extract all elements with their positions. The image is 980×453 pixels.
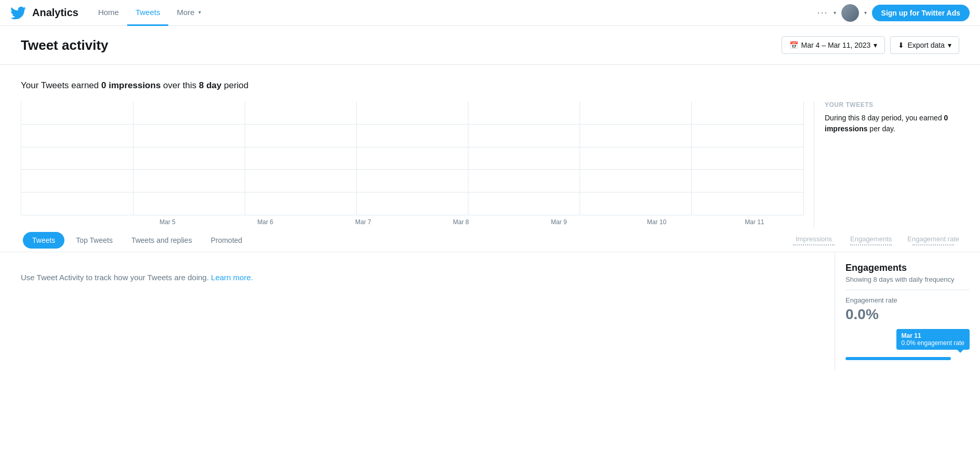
tabs-row: Tweets Top Tweets Tweets and replies Pro… (21, 229, 959, 252)
engagements-subtitle: Showing 8 days with daily frequency (845, 276, 970, 290)
col-engagement-rate: Engagement rate (907, 235, 959, 245)
chevron-down-icon: ▾ (198, 9, 201, 15)
engagements-title: Engagements (845, 263, 970, 273)
v-grid-line-3 (356, 101, 357, 215)
lower-section: Use Tweet Activity to track how your Twe… (0, 252, 980, 370)
tooltip-value: 0.0% engagement rate (902, 339, 964, 347)
chart-container: Mar 5 Mar 6 Mar 7 Mar 8 Mar 9 Mar 10 Mar… (21, 101, 959, 229)
x-label-mar5 (21, 218, 118, 226)
main-nav: Home Tweets More ▾ (90, 0, 209, 26)
download-icon: ⬇ (898, 41, 904, 49)
tabs-left: Tweets Top Tweets Tweets and replies Pro… (21, 229, 251, 252)
v-grid-line-5 (580, 101, 580, 215)
chart-x-axis: Mar 5 Mar 6 Mar 7 Mar 8 Mar 9 Mar 10 Mar… (21, 215, 803, 229)
date-range-button[interactable]: 📅 Mar 4 – Mar 11, 2023 ▾ (782, 36, 885, 54)
v-grid-line-2 (245, 101, 245, 215)
content-header: Tweet activity 📅 Mar 4 – Mar 11, 2023 ▾ … (0, 26, 980, 65)
grid-line-1 (21, 124, 803, 125)
x-label-mar5-val: Mar 5 (118, 218, 216, 226)
date-chevron-icon: ▾ (874, 41, 877, 49)
col-engagements-label: Engagements (850, 235, 892, 243)
v-grid-line-1 (133, 101, 133, 215)
x-label-mar9: Mar 9 (510, 218, 608, 226)
tooltip-bubble: Mar 11 0.0% engagement rate (896, 329, 970, 350)
avatar[interactable] (841, 4, 859, 22)
header-right: ··· ▾ ▾ Sign up for Twitter Ads (817, 4, 970, 22)
tab-promoted[interactable]: Promoted (202, 229, 252, 252)
engagements-dotted-line (850, 244, 892, 245)
x-label-mar6: Mar 6 (217, 218, 314, 226)
v-grid-line-6 (691, 101, 692, 215)
tabs-right: Impressions Engagements Engagement rate (793, 235, 959, 245)
page-title: Tweet activity (21, 37, 109, 53)
your-tweets-desc: During this 8 day period, you earned 0 i… (825, 113, 959, 134)
empty-state: Use Tweet Activity to track how your Twe… (0, 252, 835, 370)
avatar-chevron-icon: ▾ (864, 10, 867, 16)
tab-tweets[interactable]: Tweets (23, 232, 64, 249)
x-label-mar7: Mar 7 (314, 218, 412, 226)
engagement-rate-value: 0.0% (845, 306, 970, 323)
nav-tweets[interactable]: Tweets (127, 0, 169, 26)
engagement-rate-label: Engagement rate (845, 296, 970, 304)
chevron-down-icon-2: ▾ (834, 10, 836, 16)
grid-line-2 (21, 147, 803, 147)
x-label-mar10: Mar 10 (608, 218, 705, 226)
header-left: Analytics Home Tweets More ▾ (10, 0, 817, 26)
v-grid-line-4 (468, 101, 468, 215)
export-chevron-icon: ▾ (948, 41, 951, 49)
impressions-dotted-line (793, 244, 835, 245)
col-impressions-label: Impressions (796, 235, 832, 243)
x-label-mar8: Mar 8 (412, 218, 510, 226)
tooltip-date: Mar 11 (902, 332, 964, 339)
chart-area (21, 101, 803, 215)
col-engagements: Engagements (850, 235, 892, 245)
export-data-button[interactable]: ⬇ Export data ▾ (890, 36, 959, 54)
col-engagement-rate-label: Engagement rate (907, 235, 959, 243)
date-range-label: Mar 4 – Mar 11, 2023 (801, 41, 871, 49)
header-title: Analytics (32, 7, 78, 19)
impressions-summary: Your Tweets earned 0 impressions over th… (21, 80, 959, 91)
tab-tweets-replies[interactable]: Tweets and replies (122, 229, 202, 252)
nav-home[interactable]: Home (90, 0, 127, 26)
days-value: 8 day (199, 80, 221, 90)
header-controls: 📅 Mar 4 – Mar 11, 2023 ▾ ⬇ Export data ▾ (782, 36, 959, 54)
tab-top-tweets[interactable]: Top Tweets (66, 229, 122, 252)
learn-more-link[interactable]: Learn more. (211, 273, 253, 282)
grid-line-4 (21, 192, 803, 193)
export-label: Export data (907, 41, 945, 49)
site-header: Analytics Home Tweets More ▾ ··· ▾ ▾ Sig… (0, 0, 980, 26)
avatar-image (841, 4, 859, 22)
col-impressions: Impressions (793, 235, 835, 245)
your-tweets-label: YOUR TWEETS (825, 101, 959, 108)
tabs-section: Tweets Top Tweets Tweets and replies Pro… (0, 229, 980, 252)
chart-main: Mar 5 Mar 6 Mar 7 Mar 8 Mar 9 Mar 10 Mar… (21, 101, 803, 229)
engagements-panel: Engagements Showing 8 days with daily fr… (835, 252, 980, 370)
engagement-rate-dotted-line (912, 244, 954, 245)
x-label-mar11: Mar 11 (706, 218, 803, 226)
calendar-icon: 📅 (789, 41, 798, 49)
twitter-logo-icon (10, 5, 26, 21)
your-tweets-panel: YOUR TWEETS During this 8 day period, yo… (814, 101, 959, 229)
grid-line-3 (21, 169, 803, 170)
more-dots-icon: ··· (817, 7, 828, 18)
nav-more[interactable]: More ▾ (168, 0, 209, 26)
chart-section: Your Tweets earned 0 impressions over th… (0, 65, 980, 229)
v-grid-line-7 (803, 101, 804, 215)
signup-button[interactable]: Sign up for Twitter Ads (872, 5, 970, 21)
engagement-bar (845, 357, 951, 360)
impressions-value: 0 impressions (101, 80, 160, 90)
